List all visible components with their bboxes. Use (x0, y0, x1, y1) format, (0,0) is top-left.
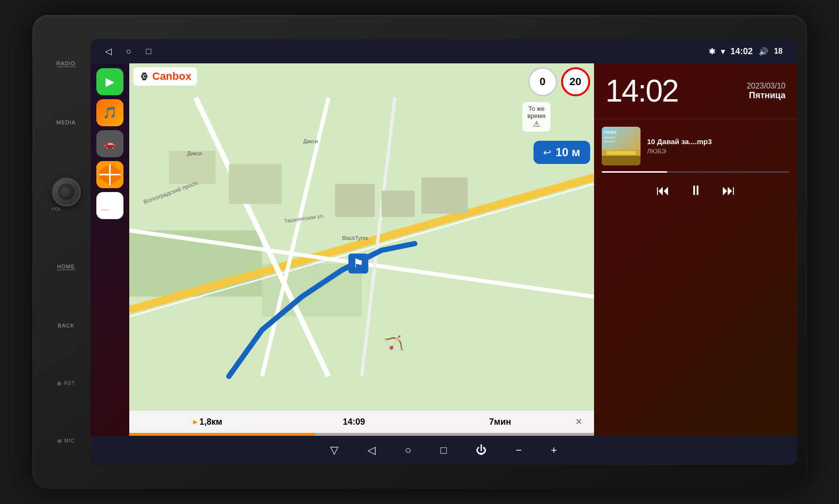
media-label: MEDIA (57, 119, 76, 125)
sidebar-app-grid[interactable] (96, 192, 123, 219)
map-close-button[interactable]: ✕ (571, 415, 586, 429)
left-controls: RADIO MEDIA VOL HOME BACK RST MIC (42, 15, 91, 489)
music-info-row: ЛЮБЭ Дорогой Длинной 10 Давай за....mp3 … (602, 127, 790, 165)
music-title: 10 Давай за....mp3 (647, 137, 790, 146)
music-controls: ⏮ ⏸ ⏭ (602, 182, 790, 198)
sidebar-app-carplay[interactable]: ▶ (96, 68, 123, 95)
turn-distance-value: 10 м (555, 146, 580, 159)
next-track-button[interactable]: ⏭ (722, 182, 735, 198)
progress-bar-fill (602, 171, 668, 173)
clock-time: 14:02 (606, 73, 678, 109)
volume-level: 18 (774, 47, 783, 56)
map-bottom-bar: ▶ 1,8км 14:09 7мин ✕ (129, 411, 594, 433)
radio-label: RADIO (57, 60, 76, 66)
svg-rect-16 (229, 164, 282, 204)
bottom-nav-back-icon[interactable]: ▽ (330, 444, 338, 457)
speed-limit: 20 (561, 67, 590, 96)
prev-track-button[interactable]: ⏮ (656, 182, 670, 198)
rst-indicator (57, 382, 61, 385)
canbox-logo-icon: C (139, 71, 150, 82)
android-bottom-bar: ▽ ◁ ○ □ ⏻ − + (91, 436, 797, 465)
mic-indicator (58, 439, 61, 443)
back-label: BACK (58, 323, 75, 328)
clock-widget: 14:02 2023/03/10 Пятница (594, 63, 797, 119)
svg-text:Дорогой: Дорогой (604, 136, 616, 139)
current-speed: 0 (528, 67, 557, 96)
eta-time: 14:09 (343, 417, 365, 427)
top-nav-icons: ◁ ○ □ (105, 46, 152, 57)
map-background: ⚑ 🏹 C Canbox (129, 63, 594, 411)
map-container[interactable]: ⚑ 🏹 C Canbox (129, 63, 594, 411)
music-text: 10 Давай за....mp3 ЛЮБЭ (647, 137, 790, 155)
street-label-blacktyres: BlackTyres (342, 235, 368, 241)
bluetooth-status-icon: ✱ (709, 47, 715, 56)
svg-text:Длинной: Длинной (604, 140, 615, 143)
map-navigation-pin: 🏹 (383, 334, 404, 354)
duration-item: 7мин (429, 417, 571, 427)
rst-row: RST (57, 381, 75, 386)
speed-indicators: 0 20 (528, 67, 590, 96)
canbox-header: C Canbox (133, 67, 198, 86)
warning-triangle: ⚠ (527, 119, 545, 129)
duration: 7мин (489, 417, 511, 427)
bottom-nav-power-icon[interactable]: ⏻ (476, 444, 487, 457)
svg-rect-15 (421, 178, 468, 214)
same-time-text: То жевремя (527, 105, 545, 119)
recents-nav-icon[interactable]: □ (146, 46, 151, 57)
play-pause-button[interactable]: ⏸ (689, 182, 702, 198)
progress-bar-bg (602, 171, 790, 173)
clock-date: 2023/03/10 (747, 82, 785, 90)
status-time: 14:02 (731, 46, 753, 57)
home-divider (57, 269, 76, 270)
mic-label: MIC (64, 438, 75, 444)
rst-label: RST (64, 381, 75, 386)
home-nav-icon[interactable]: ○ (126, 46, 132, 57)
status-bar: ✱ ▾ 14:02 🔊 18 (709, 46, 783, 57)
same-time-bubble: То жевремя ⚠ (522, 102, 550, 132)
distance-remaining-item: ▶ 1,8км (137, 417, 279, 427)
music-widget: ЛЮБЭ Дорогой Длинной 10 Давай за....mp3 … (594, 119, 797, 436)
map-section: ⚑ 🏹 C Canbox (129, 63, 594, 436)
power-knob-inner (58, 183, 75, 201)
right-panel: 14:02 2023/03/10 Пятница (594, 63, 797, 436)
svg-rect-13 (335, 184, 375, 217)
distance-remaining: 1,8км (199, 417, 222, 427)
back-nav-icon[interactable]: ◁ (105, 46, 112, 57)
clock-day: Пятница (747, 90, 785, 101)
radio-divider (57, 66, 76, 67)
bottom-nav-left-icon[interactable]: ◁ (367, 444, 376, 457)
device-shell: RADIO MEDIA VOL HOME BACK RST MIC (32, 15, 807, 489)
svg-text:C: C (142, 74, 146, 79)
sidebar-app-car[interactable]: 🚗 (96, 130, 123, 157)
bottom-nav-minus-icon[interactable]: − (516, 444, 522, 457)
album-art: ЛЮБЭ Дорогой Длинной (602, 127, 641, 165)
bottom-nav-home-icon[interactable]: ○ (405, 444, 411, 457)
wifi-status-icon: ▾ (721, 47, 725, 56)
app-sidebar: ▶ 🎵 🚗 (91, 63, 129, 436)
android-top-bar: ◁ ○ □ ✱ ▾ 14:02 🔊 18 (91, 39, 797, 63)
vol-label: VOL (52, 207, 81, 211)
canbox-brand-text: Canbox (153, 70, 192, 83)
speaker-icon: 🔊 (759, 47, 768, 56)
turn-distance-box: ↩ 10 м (534, 141, 590, 164)
street-label-diksi: Дикси (187, 150, 202, 156)
music-artist: ЛЮБЭ (647, 148, 790, 155)
clock-date-box: 2023/03/10 Пятница (747, 82, 785, 101)
turn-icon: ↩ (543, 147, 551, 158)
sidebar-app-music[interactable]: 🎵 (96, 99, 123, 126)
svg-rect-25 (607, 151, 636, 155)
sidebar-app-kinopoisk[interactable] (96, 161, 123, 188)
svg-text:ЛЮБЭ: ЛЮБЭ (604, 130, 616, 134)
bottom-nav-recents-icon[interactable]: □ (441, 444, 447, 457)
eta-item: 14:09 (283, 417, 425, 427)
bottom-nav-plus-icon[interactable]: + (551, 444, 557, 457)
svg-rect-14 (381, 191, 415, 217)
home-label: HOME (57, 264, 76, 269)
svg-text:⚑: ⚑ (353, 257, 364, 270)
album-art-inner: ЛЮБЭ Дорогой Длинной (602, 127, 641, 165)
street-label-diksi2: Дикси (304, 138, 318, 144)
power-knob[interactable] (52, 178, 81, 207)
screen-frame: ◁ ○ □ ✱ ▾ 14:02 🔊 18 ▶ 🎵 (91, 39, 797, 465)
progress-bar-container (602, 171, 790, 175)
mic-row: MIC (58, 438, 75, 444)
